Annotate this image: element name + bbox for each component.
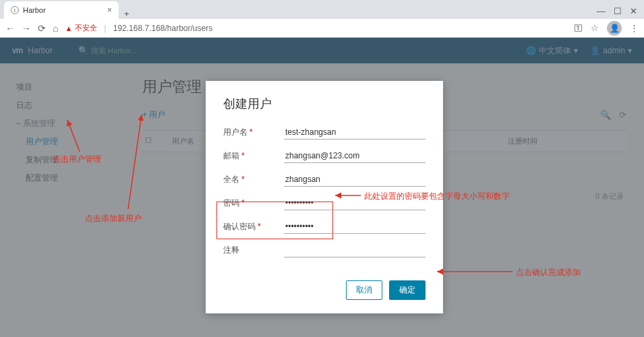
url-text[interactable]: 192.168.7.168/harbor/users — [113, 24, 212, 33]
username-input[interactable] — [284, 125, 426, 140]
window-min-icon[interactable]: — — [597, 6, 606, 16]
browser-tab[interactable]: i Harbor × — [4, 1, 119, 19]
fullname-label: 全名* — [223, 174, 284, 185]
new-tab-button[interactable]: + — [119, 9, 135, 19]
tab-title: Harbor — [23, 6, 103, 14]
nav-reload-icon[interactable]: ⟳ — [38, 23, 46, 34]
browser-address-bar: ← → ⟳ ⌂ ▲ 不安全 | 192.168.7.168/harbor/use… — [0, 19, 644, 38]
insecure-badge: ▲ 不安全 — [65, 23, 97, 33]
fullname-input[interactable] — [284, 173, 426, 187]
browser-tabs: i Harbor × + — ☐ ✕ — [0, 0, 644, 19]
email-input[interactable] — [284, 149, 426, 163]
nav-forward-icon[interactable]: → — [22, 23, 31, 34]
comment-input[interactable] — [284, 243, 426, 257]
profile-avatar-icon[interactable]: 👤 — [607, 21, 622, 36]
warning-icon: ▲ — [65, 24, 72, 32]
window-close-icon[interactable]: ✕ — [630, 6, 637, 16]
tab-favicon: i — [11, 6, 19, 14]
password-label: 密码* — [223, 197, 284, 209]
confirm-password-label: 确认密码* — [223, 221, 284, 233]
nav-back-icon[interactable]: ← — [5, 23, 15, 34]
key-icon[interactable]: ⚿ — [574, 23, 583, 33]
comment-label: 注释 — [223, 245, 284, 256]
window-max-icon[interactable]: ☐ — [614, 6, 622, 16]
username-label: 用户名* — [223, 127, 284, 138]
nav-home-icon[interactable]: ⌂ — [53, 23, 58, 34]
email-label: 邮箱* — [223, 150, 284, 162]
password-input[interactable] — [284, 196, 426, 210]
tab-close-icon[interactable]: × — [107, 5, 112, 15]
star-icon[interactable]: ☆ — [591, 23, 599, 33]
menu-icon[interactable]: ⋮ — [630, 23, 639, 33]
confirm-password-input[interactable] — [284, 220, 426, 234]
create-user-modal: 创建用户 用户名* 邮箱* 全名* 密码* 确认密码* 注释 取消 确定 — [206, 81, 443, 313]
ok-button[interactable]: 确定 — [389, 280, 426, 300]
modal-title: 创建用户 — [223, 96, 426, 112]
cancel-button[interactable]: 取消 — [346, 280, 382, 300]
